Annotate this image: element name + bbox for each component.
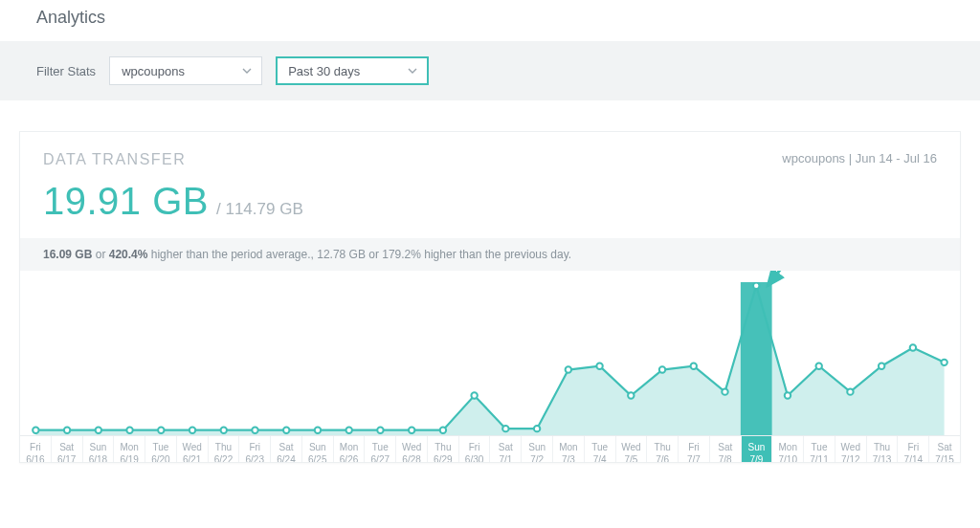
svg-point-1 — [33, 427, 38, 432]
range-select-value: Past 30 days — [288, 64, 360, 78]
x-tick[interactable]: Sun7/9 — [741, 436, 772, 462]
chart-svg[interactable] — [20, 282, 960, 435]
x-tick[interactable]: Sun6/25 — [301, 436, 333, 462]
panel-title: DATA TRANSFER — [43, 151, 186, 168]
x-tick[interactable]: Fri6/30 — [458, 436, 490, 462]
x-tick[interactable]: Sat6/24 — [270, 436, 301, 462]
x-tick[interactable]: Thu6/29 — [427, 436, 458, 462]
range-select[interactable]: Past 30 days — [276, 56, 429, 85]
x-tick[interactable]: Mon6/19 — [113, 436, 145, 462]
x-tick[interactable]: Fri7/14 — [897, 436, 928, 462]
svg-point-26 — [815, 363, 821, 369]
metric-sub: / 114.79 GB — [216, 200, 303, 219]
svg-point-16 — [502, 426, 508, 431]
x-tick[interactable]: Wed7/12 — [835, 436, 866, 462]
context-lead: 16.09 GB — [43, 248, 92, 261]
svg-point-27 — [847, 388, 853, 394]
svg-point-17 — [534, 426, 540, 431]
x-tick[interactable]: Thu6/22 — [208, 436, 239, 462]
context-bar: 16.09 GB or 420.4% higher than the perio… — [20, 238, 960, 271]
svg-point-10 — [315, 427, 321, 432]
x-tick[interactable]: Tue7/11 — [803, 436, 835, 462]
x-tick[interactable]: Mon6/26 — [333, 436, 365, 462]
x-tick[interactable]: Thu7/6 — [646, 436, 678, 462]
x-tick[interactable]: Sun6/18 — [82, 436, 114, 462]
svg-point-12 — [377, 427, 383, 432]
x-tick[interactable]: Sun7/2 — [521, 436, 552, 462]
svg-point-22 — [691, 363, 697, 369]
site-select-value: wpcoupons — [122, 64, 185, 78]
x-axis: Fri6/16Sat6/17Sun6/18Mon6/19Tue6/20Wed6/… — [20, 435, 960, 462]
x-tick[interactable]: Sat7/15 — [928, 436, 960, 462]
svg-point-20 — [628, 392, 634, 398]
svg-point-4 — [126, 427, 132, 432]
x-tick[interactable]: Tue6/27 — [364, 436, 395, 462]
x-tick[interactable]: Fri6/16 — [20, 436, 51, 462]
filter-bar: Filter Stats wpcoupons Past 30 days — [0, 41, 980, 100]
context-pct: 420.4% — [109, 248, 148, 261]
svg-point-25 — [785, 392, 791, 398]
x-tick[interactable]: Wed6/28 — [395, 436, 427, 462]
context-mid: or — [92, 248, 108, 261]
x-tick[interactable]: Mon7/3 — [552, 436, 584, 462]
x-tick[interactable]: Fri6/23 — [238, 436, 270, 462]
svg-point-8 — [252, 427, 257, 432]
x-tick[interactable]: Fri7/7 — [678, 436, 709, 462]
svg-point-21 — [659, 366, 665, 372]
metric-main: 19.91 GB — [43, 180, 209, 223]
x-tick[interactable]: Sat7/8 — [709, 436, 741, 462]
svg-point-2 — [64, 427, 70, 432]
svg-point-18 — [566, 366, 571, 372]
svg-point-5 — [158, 427, 164, 432]
x-tick[interactable]: Wed7/5 — [615, 436, 647, 462]
context-tail: higher than the period average., 12.78 G… — [147, 248, 571, 261]
chart-area: Fri6/16Sat6/17Sun6/18Mon6/19Tue6/20Wed6/… — [20, 271, 960, 462]
svg-point-24 — [753, 282, 759, 288]
svg-point-29 — [910, 344, 916, 350]
x-tick[interactable]: Tue7/4 — [584, 436, 615, 462]
svg-point-7 — [221, 427, 227, 432]
panel-meta: wpcoupons | Jun 14 - Jul 16 — [782, 151, 937, 165]
x-tick[interactable]: Sat6/17 — [51, 436, 82, 462]
svg-point-30 — [941, 360, 947, 365]
data-transfer-panel: DATA TRANSFER wpcoupons | Jun 14 - Jul 1… — [19, 131, 961, 463]
svg-point-19 — [596, 363, 602, 369]
chevron-down-icon — [242, 68, 252, 74]
x-tick[interactable]: Mon7/10 — [771, 436, 803, 462]
svg-point-6 — [189, 427, 195, 432]
svg-point-11 — [345, 427, 351, 432]
x-tick[interactable]: Tue6/20 — [145, 436, 176, 462]
site-select[interactable]: wpcoupons — [109, 56, 262, 85]
filter-label: Filter Stats — [36, 64, 96, 78]
svg-point-23 — [722, 388, 727, 394]
chevron-down-icon — [408, 68, 417, 74]
x-tick[interactable]: Sat7/1 — [489, 436, 521, 462]
svg-point-15 — [471, 392, 477, 398]
svg-point-13 — [409, 427, 414, 432]
page-title: Analytics — [0, 0, 980, 41]
x-tick[interactable]: Thu7/13 — [866, 436, 898, 462]
svg-point-28 — [879, 363, 884, 369]
svg-point-14 — [440, 427, 446, 432]
svg-point-9 — [283, 427, 289, 432]
x-tick[interactable]: Wed6/21 — [176, 436, 208, 462]
svg-point-3 — [96, 427, 101, 432]
